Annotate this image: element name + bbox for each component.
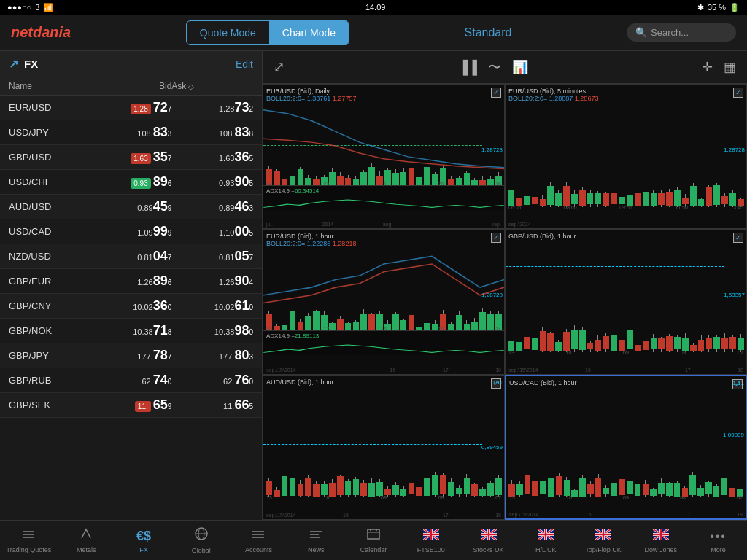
standard-label: Standard [465,26,512,39]
fx-row[interactable]: AUD/USD 0.89 459 0.89 463 [0,195,262,219]
trading-quotes-label: Trading Quotes [7,546,52,553]
mode-buttons: Quote Mode Chart Mode [186,20,349,45]
signal-chart-icon[interactable]: 📊 [512,59,528,75]
bid-big: 78 [153,348,168,363]
chart-title-label: EUR/USD (Bid), 1 hourBOLL20;2:0= 1,22285… [266,233,356,247]
fx-ask: 1.10 005 [171,224,253,239]
quote-mode-button[interactable]: Quote Mode [187,21,269,44]
chart-x-sublabel: sep.\15\2014161718 [263,513,504,518]
bid-big: 36 [153,298,168,314]
fx-row[interactable]: GBP/CNY 10.02 360 10.02 610 [0,294,262,319]
nav-item-fx[interactable]: €$ FX [115,527,173,553]
chart-cell-chart6[interactable]: USD/CAD (Bid), 1 hour ✓ [505,375,747,520]
chart-cell-chart3[interactable]: EUR/USD (Bid), 1 hourBOLL20;2:0= 1,22285… [263,229,505,374]
more-label: More [711,546,726,553]
calendar-icon [366,527,381,544]
fx-row[interactable]: GBP/NOK 10.38 718 10.38 980 [0,319,262,343]
chart-cell-chart5[interactable]: AUD/USD (Bid), 1 hour ✓ [263,375,505,520]
chart-checkbox[interactable]: ✓ [733,88,743,98]
chart-checkbox[interactable]: ✓ [491,88,501,98]
fx-row[interactable]: GBP/USD 1.63 357 1.63 365 [0,145,262,170]
bid-big: 04 [153,249,168,264]
ask-big: 46 [234,199,249,214]
fx-pair-name: NZD/USD [9,251,90,262]
ask-sup: 3 [249,204,253,212]
fx-row[interactable]: USD/JPY 108. 833 108. 838 [0,120,262,145]
fx-row[interactable]: USD/CHF 0.93 896 0.93 905 [0,170,262,195]
chart-cell-chart4[interactable]: GBP/USD (Bid), 1 hour ✓ [505,229,747,374]
fx-pair-name: EUR/USD [9,102,90,113]
bid-prefix: 177. [137,352,152,361]
ask-prefix: 0.81 [219,253,234,262]
news-label: News [308,546,325,553]
chart-panel: ⤢ ▐▐ 〜 📊 ✛ ▦ EUR/USD (Bid), DailyBOLL20;… [263,51,747,520]
fx-edit-button[interactable]: Edit [236,58,253,70]
nav-item-accounts[interactable]: Accounts [230,527,287,553]
chart-title-label: EUR/USD (Bid), 5 minutesBOLL20;2:0= 1,28… [508,88,598,102]
chart-cell-chart2[interactable]: EUR/USD (Bid), 5 minutesBOLL20;2:0= 1,28… [505,84,747,229]
expand-icon[interactable]: ⤢ [274,59,285,75]
fx-row[interactable]: GBP/RUB 62. 740 62. 760 [0,368,262,393]
adx-label: ADX14;9 =60,34514 [266,187,319,194]
fx-row[interactable]: GBP/EUR 1.26 896 1.26 904 [0,269,262,294]
crosshair-icon[interactable]: ✛ [702,59,713,75]
chart-cell-chart1[interactable]: EUR/USD (Bid), DailyBOLL20;2:0= 1,33761 … [263,84,505,229]
fx-row[interactable]: EUR/USD 1.28 727 1.28 732 [0,96,262,120]
bid-big: 65 [153,397,168,413]
bid-big: 35 [153,149,168,165]
fx-row[interactable]: GBP/JPY 177. 787 177. 803 [0,343,262,368]
fx-row[interactable]: USD/CAD 1.09 999 1.10 005 [0,219,262,244]
grid-icon[interactable]: ▦ [724,59,736,75]
chart-checkbox[interactable]: ✓ [491,378,501,389]
nav-item-ftse100[interactable]: FTSE100 [402,527,460,553]
fx-row[interactable]: GBP/SEK 11. 659 11. 665 [0,393,262,418]
nav-item-metals[interactable]: Metals [58,527,115,553]
chart-x-sublabel: sep.\2014 [506,222,746,227]
hl-uk-icon [538,527,554,544]
status-time: 14.09 [365,3,386,12]
nav-item-stocks-uk[interactable]: Stocks UK [460,527,517,553]
bid-big: 89 [153,174,168,190]
ftse100-icon [423,527,439,544]
chart-x-sublabel: sep.\15\2014161718 [263,368,504,373]
fx-pair-name: GBP/EUR [9,276,90,287]
ask-prefix: 62. [223,377,234,386]
bar-chart-icon[interactable]: ▐▐ [458,60,477,75]
line-chart-icon[interactable]: 〜 [488,58,501,76]
search-placeholder: Search... [651,27,689,38]
fx-pair-name: USD/CHF [9,176,90,187]
chart-checkbox[interactable]: ✓ [733,233,743,243]
nav-item-trading-quotes[interactable]: Trading Quotes [0,527,58,553]
fx-panel: ↗ FX Edit Name Bid Ask ◇ EUR/USD 1.28 72… [0,51,263,520]
price-line-cyan [263,444,482,445]
col-name: Name [9,81,90,91]
nav-item-more[interactable]: ••• More [689,527,747,553]
status-right: ✱ 35 % 🔋 [697,3,740,12]
fx-ask: 1.63 365 [171,149,253,165]
chart-checkbox[interactable]: ✓ [491,233,501,243]
nav-item-global[interactable]: Global [172,526,230,554]
fx-pair-name: AUD/USD [9,201,90,212]
price-line-cyan [506,147,724,147]
status-bar: ●●●○○ 3 📶 14.09 ✱ 35 % 🔋 [0,0,747,15]
bottom-nav: Trading Quotes Metals €$ FX Global Accou… [0,520,747,560]
chart-checkbox[interactable]: ✓ [732,379,743,389]
nav-item-dow-jones[interactable]: Dow Jones [632,527,689,553]
nav-item-news[interactable]: News [287,527,345,553]
fx-row[interactable]: NZD/USD 0.81 047 0.81 057 [0,244,262,269]
nav-item-hl-uk[interactable]: H/L UK [517,527,575,553]
signal-number: 3 [35,3,39,12]
nav-item-calendar[interactable]: Calendar [345,527,403,553]
stocks-uk-icon [481,527,497,544]
dow-jones-icon [653,527,669,544]
ask-sup: 5 [249,402,253,411]
chart-mode-button[interactable]: Chart Mode [269,21,349,44]
fx-bid: 10.02 360 [90,298,172,314]
search-box[interactable]: 🔍 Search... [627,23,736,42]
fx-pair-name: GBP/USD [9,152,90,163]
fx-pair-name: GBP/SEK [9,400,90,411]
top-bar: netdania Quote Mode Chart Mode Standard … [0,15,747,51]
ask-big: 61 [234,298,249,314]
nav-item-topflop-uk[interactable]: Top/Flop UK [575,527,632,553]
bid-badge-red: 1.28 [131,104,150,114]
